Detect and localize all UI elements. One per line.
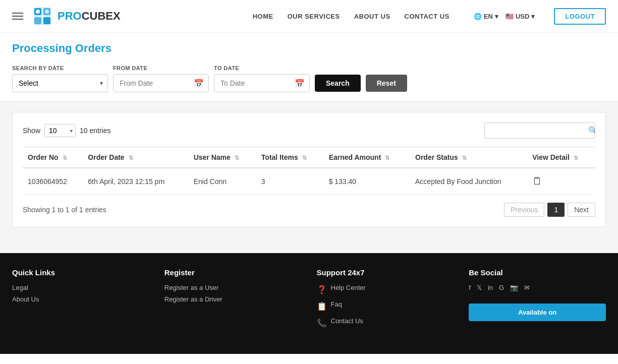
col-order-no[interactable]: Order No ⇅ (23, 147, 83, 168)
filter-inputs: Select Today Yesterday Last 7 Days Last … (12, 74, 606, 92)
show-entries: Show 10 25 50 100 ▾ 10 entries (23, 124, 111, 137)
sort-earned-amount-icon: ⇅ (385, 155, 389, 161)
entries-count-label: 10 entries (80, 127, 110, 135)
previous-button[interactable]: Previous (504, 203, 544, 217)
sort-view-detail-icon: ⇅ (574, 155, 578, 161)
pagination-area: Showing 1 to 1 of 1 entries Previous 1 N… (23, 203, 595, 217)
from-date-input[interactable] (113, 74, 209, 92)
cell-view-detail[interactable]: 🗒 (527, 168, 595, 195)
faq-link[interactable]: Faq (331, 300, 342, 308)
col-earned-amount[interactable]: Earned Amount ⇅ (324, 147, 410, 168)
cell-order-date: 6th April, 2023 12:15 pm (83, 168, 188, 195)
lang-chevron-icon: ▾ (495, 13, 498, 20)
help-center-link[interactable]: Help Center (331, 284, 366, 291)
footer-link-about[interactable]: About Us (12, 295, 149, 303)
page-1-button[interactable]: 1 (547, 203, 565, 217)
social-icons: f 𝕏 in G 📷 ✉ (469, 284, 606, 295)
nav-contact[interactable]: CONTACT US (405, 13, 450, 20)
table-container: Show 10 25 50 100 ▾ 10 entries 🔍 (12, 112, 606, 227)
orders-table: Order No ⇅ Order Date ⇅ User Name ⇅ Tota… (23, 147, 595, 195)
from-date-label: FROM DATE (113, 65, 214, 71)
svg-point-6 (45, 10, 49, 14)
contact-icon: 📞 (317, 318, 327, 328)
footer-link-register-user[interactable]: Register as a User (164, 284, 302, 291)
footer: Quick Links Legal About Us Register Regi… (0, 253, 618, 354)
footer-link-legal[interactable]: Legal (12, 284, 149, 291)
from-date-wrapper: 📅 (113, 74, 209, 92)
currency-flag-icon: 🇺🇸 (505, 13, 514, 20)
entries-select-wrapper: 10 25 50 100 ▾ (44, 124, 76, 137)
support-title: Support 24x7 (317, 268, 454, 277)
to-date-label: TO DATE (214, 65, 315, 71)
lang-currency-area: 🌐 EN ▾ 🇺🇸 USD ▾ (474, 13, 535, 20)
help-center-icon: ❓ (317, 285, 327, 294)
nav-about[interactable]: ABOUT US (354, 13, 390, 20)
table-search-icon[interactable]: 🔍 (583, 123, 595, 138)
register-title: Register (164, 268, 302, 277)
contact-link[interactable]: Contact Us (331, 317, 363, 325)
search-button[interactable]: Search (315, 75, 361, 92)
support-contact: 📞 Contact Us (317, 317, 454, 329)
logo-text: PROCUBEX (58, 10, 121, 23)
footer-register: Register Register as a User Register as … (164, 268, 302, 334)
sort-user-name-icon: ⇅ (235, 155, 239, 161)
currency-chevron-icon: ▾ (531, 13, 535, 20)
col-user-name[interactable]: User Name ⇅ (189, 147, 256, 168)
logo: PROCUBEX (31, 5, 121, 27)
instagram-icon[interactable]: 📷 (510, 284, 518, 291)
nav-home[interactable]: HOME (253, 13, 273, 20)
table-search-input[interactable] (485, 124, 583, 138)
col-order-status[interactable]: Order Status ⇅ (410, 147, 527, 168)
to-date-input[interactable] (214, 74, 310, 92)
col-view-detail[interactable]: View Detail ⇅ (527, 147, 595, 168)
sort-order-date-icon: ⇅ (129, 155, 133, 161)
sort-order-status-icon: ⇅ (462, 155, 467, 161)
show-label: Show (23, 127, 40, 135)
header: PROCUBEX HOME OUR SERVICES ABOUT US CONT… (0, 0, 618, 33)
cell-order-no: 1036064952 (23, 168, 83, 195)
page-title: Processing Orders (12, 42, 606, 55)
cell-order-status: Accepted By Food Junction (410, 168, 527, 195)
logout-button[interactable]: LOGOUT (554, 8, 606, 25)
globe-icon: 🌐 (474, 13, 482, 20)
currency-selector[interactable]: 🇺🇸 USD ▾ (505, 13, 535, 20)
search-by-date-label: SEARCH BY DATE (12, 65, 113, 71)
faq-icon: 📋 (317, 301, 327, 311)
twitter-icon[interactable]: 𝕏 (477, 284, 482, 291)
available-button[interactable]: Available on (469, 304, 606, 321)
entries-select[interactable]: 10 25 50 100 (44, 124, 76, 137)
footer-social: Be Social f 𝕏 in G 📷 ✉ Available on (469, 268, 606, 334)
nav-services[interactable]: OUR SERVICES (288, 13, 340, 20)
filter-bar: SEARCH BY DATE FROM DATE TO DATE Select … (0, 60, 618, 102)
pagination-controls: Previous 1 Next (504, 203, 595, 217)
svg-rect-3 (34, 17, 41, 24)
filter-labels: SEARCH BY DATE FROM DATE TO DATE (12, 65, 606, 71)
hamburger-menu[interactable] (12, 13, 23, 20)
showing-entries-text: Showing 1 to 1 of 1 entries (23, 206, 106, 214)
search-by-date-select[interactable]: Select Today Yesterday Last 7 Days Last … (12, 74, 108, 92)
linkedin-icon[interactable]: in (488, 284, 493, 291)
cell-total-items: 3 (256, 168, 324, 195)
to-date-wrapper: 📅 (214, 74, 310, 92)
table-area: Show 10 25 50 100 ▾ 10 entries 🔍 (0, 102, 618, 253)
table-head: Order No ⇅ Order Date ⇅ User Name ⇅ Tota… (23, 147, 595, 168)
sort-total-items-icon: ⇅ (302, 155, 307, 161)
footer-link-register-driver[interactable]: Register as a Driver (164, 295, 302, 303)
facebook-icon[interactable]: f (469, 284, 471, 291)
reset-button[interactable]: Reset (366, 75, 407, 92)
view-detail-icon[interactable]: 🗒 (532, 175, 542, 187)
support-faq: 📋 Faq (317, 300, 454, 312)
logo-icon (31, 5, 53, 27)
language-selector[interactable]: 🌐 EN ▾ (474, 13, 498, 20)
cell-earned-amount: $ 133.40 (324, 168, 410, 195)
support-help-center: ❓ Help Center (317, 284, 454, 295)
col-order-date[interactable]: Order Date ⇅ (83, 147, 188, 168)
table-header-row: Order No ⇅ Order Date ⇅ User Name ⇅ Tota… (23, 147, 595, 168)
col-total-items[interactable]: Total Items ⇅ (256, 147, 324, 168)
email-icon[interactable]: ✉ (524, 284, 530, 291)
social-title: Be Social (469, 268, 606, 277)
google-icon[interactable]: G (499, 284, 504, 291)
next-button[interactable]: Next (568, 203, 595, 217)
cell-user-name: Enid Conn (189, 168, 256, 195)
search-by-date-wrapper: Select Today Yesterday Last 7 Days Last … (12, 74, 108, 92)
